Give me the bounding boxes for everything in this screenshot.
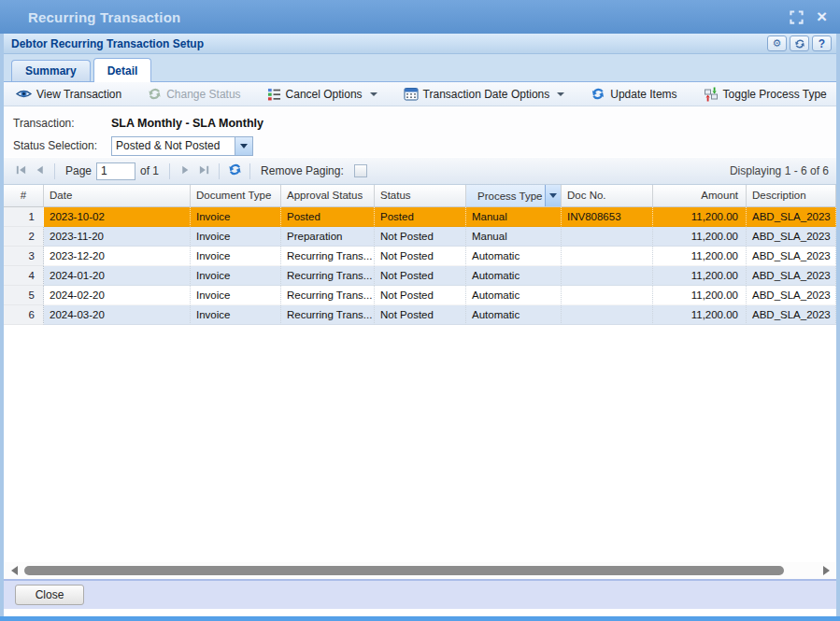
page-label: Page (65, 164, 92, 177)
change-status-label: Change Status (166, 88, 240, 101)
last-page-button[interactable] (194, 162, 213, 180)
paging-separator (249, 163, 250, 179)
status-cell: Not Posted (375, 286, 466, 305)
paging-toolbar: Page of 1 Remove Paging: Displaying 1 - … (4, 157, 836, 185)
document-type-cell: Invoice (191, 266, 281, 286)
status-selection-label: Status Selection: (13, 139, 111, 152)
page-number-input[interactable] (96, 162, 135, 180)
toggle-process-type-label: Toggle Process Type (723, 88, 827, 101)
status-selection-value: Posted & Not Posted (112, 137, 235, 155)
panel-title: Debtor Recurring Transaction Setup (11, 37, 767, 50)
toggle-process-type-button[interactable]: Toggle Process Type (697, 85, 833, 104)
chevron-down-icon (240, 144, 248, 148)
column-header-amount[interactable]: Amount (653, 185, 747, 206)
approval-status-cell: Preparation (281, 227, 375, 247)
column-header-process-type[interactable]: Process Type (466, 185, 562, 206)
table-row[interactable]: 4 2024-01-20 Invoice Recurring Trans... … (4, 266, 836, 286)
combo-trigger[interactable] (235, 137, 252, 155)
table-row[interactable]: 1 2023-10-02 Invoice Posted Posted Manua… (4, 207, 836, 227)
recurring-transaction-window: Recurring Transaction × Debtor Recurring… (0, 0, 840, 621)
column-header-approval-status[interactable]: Approval Status (281, 185, 375, 206)
update-items-button[interactable]: Update Items (584, 85, 683, 103)
table-row[interactable]: 5 2024-02-20 Invoice Recurring Trans... … (4, 286, 836, 305)
window-title: Recurring Transaction (28, 9, 790, 25)
cancel-options-label: Cancel Options (286, 88, 363, 101)
grid-empty-area (4, 325, 836, 562)
cancel-options-button[interactable]: Cancel Options (261, 86, 384, 103)
table-row[interactable]: 3 2023-12-20 Invoice Recurring Trans... … (4, 247, 836, 266)
tab-detail[interactable]: Detail (93, 58, 152, 82)
column-header-description[interactable]: Description (747, 185, 836, 206)
status-cell: Not Posted (375, 305, 466, 325)
panel-header: Debtor Recurring Transaction Setup ⚙ ? (4, 34, 836, 54)
close-button[interactable]: Close (15, 585, 84, 605)
amount-cell: 11,200.00 (653, 247, 747, 266)
column-header-number[interactable]: # (4, 185, 44, 206)
table-row[interactable]: 2 2023-11-20 Invoice Preparation Not Pos… (4, 227, 836, 247)
help-button[interactable]: ? (812, 35, 832, 51)
status-selection-combo[interactable]: Posted & Not Posted (111, 136, 253, 156)
amount-cell: 11,200.00 (653, 305, 747, 325)
description-cell: ABD_SLA_2023 (747, 286, 836, 305)
transactions-grid: # Date Document Type Approval Status Sta… (4, 185, 836, 579)
close-window-button[interactable]: × (817, 9, 827, 24)
displaying-status: Displaying 1 - 6 of 6 (730, 164, 829, 177)
change-status-button[interactable]: Change Status (141, 85, 247, 103)
close-icon: × (817, 7, 827, 26)
next-page-icon (179, 162, 192, 179)
tab-summary[interactable]: Summary (11, 60, 91, 81)
approval-status-cell: Recurring Trans... (281, 286, 375, 305)
date-cell: 2023-11-20 (44, 227, 191, 247)
column-menu-trigger[interactable] (545, 185, 561, 206)
settings-button[interactable]: ⚙ (767, 35, 787, 51)
detail-toolbar: View Transaction Change Status Cancel Op… (4, 82, 836, 106)
remove-paging-label: Remove Paging: (261, 164, 344, 177)
remove-paging-checkbox[interactable] (354, 164, 367, 177)
column-header-document-type[interactable]: Document Type (191, 185, 281, 206)
description-cell: ABD_SLA_2023 (747, 247, 836, 266)
chevron-down-icon (549, 193, 557, 198)
scrollbar-track[interactable] (24, 565, 816, 576)
document-type-cell: Invoice (191, 227, 281, 247)
table-row[interactable]: 6 2024-03-20 Invoice Recurring Trans... … (4, 305, 836, 325)
process-type-cell: Automatic (466, 305, 562, 325)
doc-no-cell (562, 305, 653, 325)
scroll-right-arrow[interactable] (819, 564, 833, 577)
approval-status-cell: Recurring Trans... (281, 305, 375, 325)
transaction-label: Transaction: (13, 117, 111, 130)
row-number-cell: 5 (4, 286, 44, 305)
column-header-date[interactable]: Date (44, 185, 191, 206)
process-type-cell: Manual (466, 207, 562, 227)
document-type-cell: Invoice (191, 305, 281, 325)
refresh-button[interactable] (790, 35, 809, 51)
date-cell: 2024-01-20 (44, 266, 191, 286)
change-status-icon (148, 87, 162, 101)
first-page-button[interactable] (11, 162, 30, 180)
refresh-blue-icon (591, 87, 605, 101)
column-header-status[interactable]: Status (375, 185, 466, 206)
row-number-cell: 4 (4, 266, 44, 286)
process-type-cell: Automatic (466, 286, 562, 305)
list-options-icon (267, 88, 281, 101)
bottom-gap (4, 609, 836, 616)
toggle-swap-icon (704, 87, 719, 102)
chevron-down-icon (557, 92, 564, 96)
maximize-button[interactable] (790, 10, 804, 24)
window-bottom-border (0, 616, 840, 621)
horizontal-scrollbar[interactable] (4, 562, 836, 579)
next-page-button[interactable] (176, 162, 194, 180)
row-number-cell: 6 (4, 305, 44, 325)
paging-separator (219, 163, 220, 179)
process-type-cell: Automatic (466, 266, 562, 286)
column-header-doc-no[interactable]: Doc No. (562, 185, 653, 206)
scrollbar-thumb[interactable] (24, 566, 784, 575)
refresh-grid-button[interactable] (225, 162, 244, 180)
transaction-date-options-button[interactable]: Transaction Date Options (397, 85, 572, 103)
view-transaction-button[interactable]: View Transaction (9, 86, 128, 103)
status-cell: Not Posted (375, 247, 466, 266)
prev-page-button[interactable] (30, 162, 49, 180)
approval-status-cell: Recurring Trans... (281, 266, 375, 286)
right-arrow-icon (823, 566, 830, 575)
scroll-left-arrow[interactable] (7, 564, 21, 577)
gear-icon: ⚙ (773, 37, 782, 49)
